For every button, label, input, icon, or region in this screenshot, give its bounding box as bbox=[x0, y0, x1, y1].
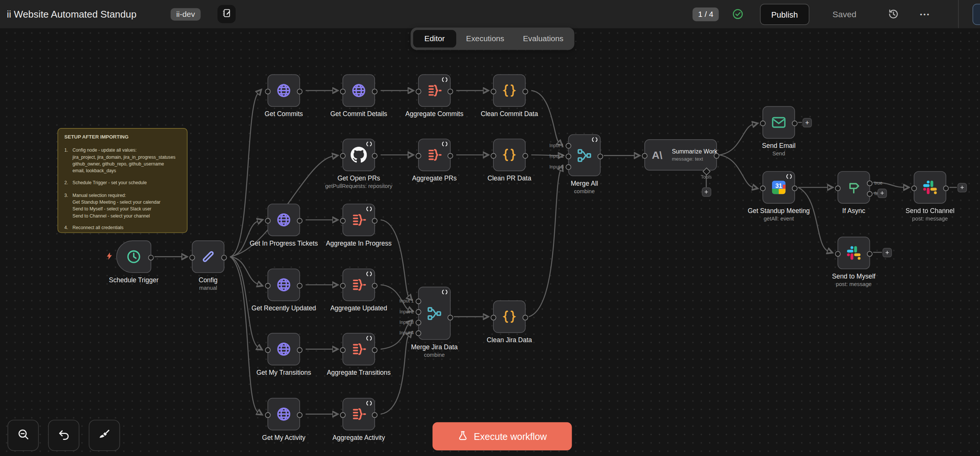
input-port[interactable] bbox=[760, 120, 766, 126]
output-port[interactable] bbox=[867, 180, 872, 186]
edit-note-button[interactable] bbox=[218, 5, 235, 23]
input-port[interactable] bbox=[566, 143, 571, 148]
publish-button[interactable]: Publish bbox=[760, 4, 809, 25]
input-port[interactable] bbox=[835, 251, 841, 256]
input-port[interactable] bbox=[642, 153, 648, 158]
input-port[interactable] bbox=[340, 153, 346, 158]
input-port[interactable] bbox=[415, 319, 421, 325]
output-port[interactable] bbox=[297, 88, 302, 94]
output-port[interactable] bbox=[523, 315, 528, 320]
input-port[interactable] bbox=[911, 185, 917, 191]
output-port[interactable] bbox=[598, 154, 603, 159]
output-port[interactable] bbox=[372, 218, 378, 223]
tab-editor[interactable]: Editor bbox=[413, 30, 456, 48]
tab-executions[interactable]: Executions bbox=[457, 30, 513, 48]
input-port[interactable] bbox=[415, 88, 421, 94]
get-commits-node[interactable] bbox=[267, 75, 300, 107]
input-port[interactable] bbox=[340, 283, 346, 288]
input-port[interactable] bbox=[265, 283, 270, 288]
input-port[interactable] bbox=[415, 309, 421, 315]
input-port[interactable] bbox=[415, 299, 421, 304]
add-node-button[interactable]: + bbox=[702, 187, 711, 197]
aggregate-commits-node[interactable] bbox=[418, 75, 451, 107]
get-commit-details-node[interactable] bbox=[342, 75, 375, 107]
add-node-button[interactable]: + bbox=[802, 118, 812, 127]
output-port[interactable] bbox=[448, 88, 453, 94]
config-node[interactable] bbox=[192, 240, 224, 273]
summarize-work-node[interactable]: A\Summarize Workmessage: text bbox=[644, 139, 717, 170]
get-in-progress-tickets-node[interactable] bbox=[267, 204, 300, 236]
input-port[interactable] bbox=[835, 185, 841, 191]
send-to-channel-node[interactable] bbox=[914, 171, 946, 204]
more-options-button[interactable]: ••• bbox=[920, 11, 931, 17]
add-node-button[interactable]: + bbox=[958, 183, 967, 192]
aggregate-prs-node[interactable] bbox=[418, 138, 451, 171]
output-port[interactable] bbox=[297, 218, 302, 223]
input-port[interactable] bbox=[340, 412, 346, 418]
schedule-trigger-node[interactable] bbox=[116, 240, 151, 273]
output-port[interactable] bbox=[297, 283, 302, 288]
aggregate-transitions-node[interactable] bbox=[342, 333, 375, 365]
undo-button[interactable] bbox=[48, 420, 79, 451]
input-port[interactable] bbox=[340, 218, 346, 223]
input-port[interactable] bbox=[415, 153, 421, 158]
output-port[interactable] bbox=[523, 88, 528, 94]
output-port[interactable] bbox=[792, 120, 797, 126]
add-node-button[interactable]: + bbox=[877, 188, 887, 198]
get-standup-meeting-node[interactable]: 31 bbox=[762, 171, 795, 204]
input-port[interactable] bbox=[491, 88, 496, 94]
tidy-up-button[interactable] bbox=[89, 420, 120, 451]
input-port[interactable] bbox=[340, 88, 346, 94]
output-port[interactable] bbox=[714, 153, 719, 158]
input-port[interactable] bbox=[340, 347, 346, 353]
output-port[interactable] bbox=[372, 347, 378, 353]
output-port[interactable] bbox=[372, 153, 378, 158]
page-indicator[interactable]: 1 / 4 bbox=[693, 7, 719, 21]
workflow-canvas[interactable]: SETUP AFTER IMPORTING 1.Config node - up… bbox=[0, 0, 980, 456]
history-button[interactable] bbox=[888, 8, 899, 20]
zoom-out-button[interactable] bbox=[8, 420, 38, 451]
output-port[interactable] bbox=[372, 412, 378, 418]
aggregate-in-progress-node[interactable] bbox=[342, 204, 375, 236]
output-port[interactable] bbox=[297, 412, 302, 418]
input-port[interactable] bbox=[491, 315, 496, 320]
clean-jira-data-node[interactable] bbox=[493, 300, 526, 333]
input-port[interactable] bbox=[415, 330, 421, 336]
output-port[interactable] bbox=[943, 185, 949, 191]
tab-evaluations[interactable]: Evaluations bbox=[514, 30, 573, 48]
output-port[interactable] bbox=[372, 283, 378, 288]
merge-all-node[interactable]: Input 1Input 2Input 3 bbox=[568, 134, 601, 176]
sticky-note[interactable]: SETUP AFTER IMPORTING 1.Config node - up… bbox=[57, 128, 187, 233]
output-port[interactable] bbox=[867, 191, 872, 197]
add-node-button[interactable]: + bbox=[883, 248, 892, 257]
output-port[interactable] bbox=[523, 153, 528, 158]
workflow-title[interactable]: ii Website Automated Standup bbox=[7, 9, 136, 20]
aggregate-updated-node[interactable] bbox=[342, 269, 375, 301]
input-port[interactable] bbox=[491, 153, 496, 158]
get-recently-updated-node[interactable] bbox=[267, 269, 300, 301]
aggregate-activity-node[interactable] bbox=[342, 398, 375, 431]
send-to-myself-node[interactable] bbox=[838, 237, 870, 269]
side-panel-button[interactable] bbox=[972, 4, 980, 25]
get-my-transitions-node[interactable] bbox=[267, 333, 300, 365]
send-email-node[interactable] bbox=[762, 106, 795, 139]
clean-commit-data-node[interactable] bbox=[493, 75, 526, 107]
output-port[interactable] bbox=[792, 185, 797, 191]
execute-workflow-button[interactable]: Execute workflow bbox=[433, 422, 572, 450]
input-port[interactable] bbox=[265, 412, 270, 418]
input-port[interactable] bbox=[265, 347, 270, 353]
input-port[interactable] bbox=[265, 218, 270, 223]
output-port[interactable] bbox=[148, 254, 154, 260]
output-port[interactable] bbox=[297, 347, 302, 353]
input-port[interactable] bbox=[566, 164, 571, 170]
output-port[interactable] bbox=[448, 315, 453, 320]
if-async-node[interactable]: truefalse bbox=[838, 171, 870, 204]
get-open-prs-node[interactable] bbox=[342, 138, 375, 171]
output-port[interactable] bbox=[372, 88, 378, 94]
clean-pr-data-node[interactable] bbox=[493, 138, 526, 171]
merge-jira-data-node[interactable]: Input 1Input 2Input 3Input 4 bbox=[418, 287, 451, 340]
input-port[interactable] bbox=[566, 154, 571, 159]
get-my-activity-node[interactable] bbox=[267, 398, 300, 431]
input-port[interactable] bbox=[760, 185, 766, 191]
output-port[interactable] bbox=[867, 251, 872, 256]
